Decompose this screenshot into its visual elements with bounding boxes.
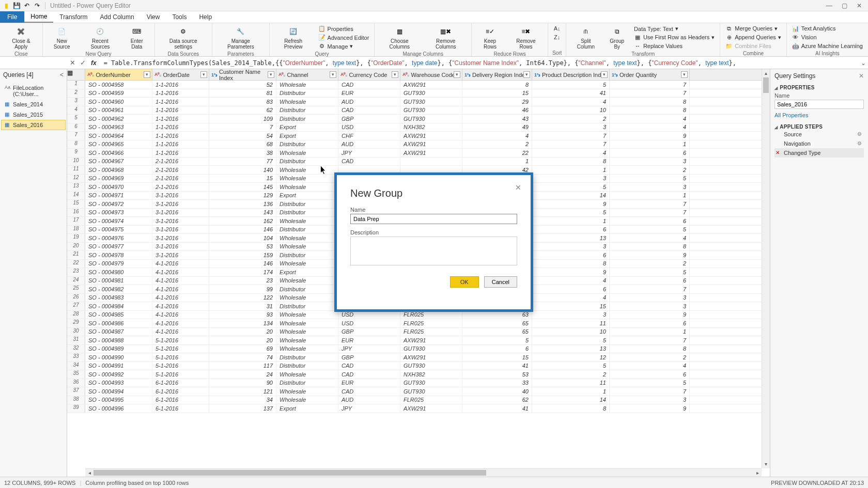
table-cell[interactable]: 22 <box>462 149 532 157</box>
merge-queries-button[interactable]: ⧉Merge Queries ▾ <box>723 24 783 33</box>
table-cell[interactable]: 6-1-2016 <box>152 379 209 387</box>
table-cell[interactable]: Distributor <box>276 353 338 361</box>
step-gear-icon[interactable]: ⚙ <box>857 140 862 146</box>
properties-button[interactable]: 📋Properties <box>316 25 371 33</box>
text-analytics-button[interactable]: 📊Text Analytics <box>790 24 865 33</box>
table-cell[interactable]: SO - 0004964 <box>85 132 152 140</box>
table-cell[interactable]: Wholesale <box>276 277 338 285</box>
vertical-scrollbar[interactable]: ▴ ▾ <box>762 69 770 468</box>
table-cell[interactable]: SO - 0004979 <box>85 260 152 268</box>
table-row[interactable]: 30SO - 00049874-1-201620WholesaleGBPFLR0… <box>67 328 770 337</box>
table-row[interactable]: 5SO - 00049621-1-2016109DistributorGBPGU… <box>67 115 770 123</box>
table-cell[interactable]: FLR025 <box>400 328 462 336</box>
table-cell[interactable]: SO - 0004991 <box>85 362 152 370</box>
table-cell[interactable]: 49 <box>462 123 532 132</box>
applied-steps-section[interactable]: APPLIED STEPS <box>774 124 864 130</box>
formula-commit-icon[interactable]: ✓ <box>78 59 88 67</box>
table-cell[interactable]: GUT930 <box>400 345 462 353</box>
table-cell[interactable]: 34 <box>209 396 276 404</box>
table-cell[interactable]: NXH382 <box>400 370 462 379</box>
tab-file[interactable]: File <box>0 11 24 23</box>
table-cell[interactable]: SO - 0004986 <box>85 319 152 327</box>
table-cell[interactable]: 3-1-2016 <box>152 217 209 225</box>
table-cell[interactable]: CAD <box>338 362 400 370</box>
table-cell[interactable]: 143 <box>209 209 276 217</box>
tab-tools[interactable]: Tools <box>166 11 193 23</box>
append-queries-button[interactable]: ⊕Append Queries ▾ <box>723 33 783 41</box>
table-cell[interactable]: SO - 0004980 <box>85 268 152 276</box>
table-cell[interactable]: 3-1-2016 <box>152 209 209 217</box>
table-cell[interactable]: SO - 0004971 <box>85 192 152 200</box>
table-cell[interactable]: 121 <box>209 387 276 396</box>
table-cell[interactable]: 83 <box>209 98 276 106</box>
table-cell[interactable]: 15 <box>209 175 276 183</box>
column-filter-icon[interactable]: ▾ <box>454 71 460 78</box>
save-icon[interactable]: 💾 <box>12 2 21 10</box>
table-cell[interactable]: 5 <box>532 183 610 191</box>
table-cell[interactable]: Export <box>276 268 338 276</box>
table-cell[interactable]: Wholesale <box>276 387 338 396</box>
table-cell[interactable]: 62 <box>462 396 532 404</box>
column-header[interactable]: Aᴮ꜀Warehouse Code▾ <box>400 69 462 80</box>
table-cell[interactable]: AUD <box>338 396 400 404</box>
table-cell[interactable]: 6 <box>532 226 610 234</box>
table-row[interactable]: 33SO - 00049905-1-201674DistributorGBPAX… <box>67 353 770 362</box>
vscroll-thumb[interactable] <box>763 77 769 93</box>
table-cell[interactable]: 1 <box>610 140 690 149</box>
table-cell[interactable]: SO - 0004969 <box>85 175 152 183</box>
table-cell[interactable]: AXW291 <box>400 149 462 157</box>
table-cell[interactable]: 7 <box>610 336 690 344</box>
table-cell[interactable]: 9 <box>532 200 610 208</box>
table-row[interactable]: 39SO - 00049966-1-2016137ExportJPYAXW291… <box>67 404 770 413</box>
table-cell[interactable]: Wholesale <box>276 81 338 89</box>
table-row[interactable]: 36SO - 00049936-1-201690DistributorEURGU… <box>67 379 770 388</box>
table-cell[interactable]: JPY <box>338 404 400 413</box>
column-filter-icon[interactable]: ▾ <box>268 71 274 78</box>
table-cell[interactable]: 1-1-2016 <box>152 140 209 149</box>
table-cell[interactable]: 117 <box>209 362 276 370</box>
table-cell[interactable]: 8 <box>532 404 610 413</box>
table-cell[interactable]: 6-1-2016 <box>152 387 209 396</box>
table-cell[interactable]: 68 <box>209 140 276 149</box>
data-type-button[interactable]: Data Type: Text ▾ <box>632 25 717 33</box>
table-cell[interactable]: 4 <box>532 294 610 302</box>
table-cell[interactable]: CAD <box>338 387 400 396</box>
table-cell[interactable]: 8 <box>610 98 690 106</box>
table-cell[interactable]: 14 <box>532 396 610 404</box>
table-cell[interactable]: 20 <box>209 328 276 336</box>
choose-columns-button[interactable]: ▦Choose Columns <box>378 24 421 51</box>
table-cell[interactable]: 7 <box>610 209 690 217</box>
table-cell[interactable]: 5 <box>610 226 690 234</box>
table-cell[interactable]: 77 <box>209 158 276 166</box>
table-cell[interactable]: Distributor <box>276 379 338 387</box>
table-cell[interactable]: 99 <box>209 285 276 293</box>
column-header[interactable]: 1²₃Product Description Index▾ <box>532 69 610 80</box>
column-header[interactable]: 1²₃Delivery Region Index▾ <box>462 69 532 80</box>
table-cell[interactable]: SO - 0004990 <box>85 353 152 361</box>
table-row[interactable]: 2SO - 00049591-1-201681DistributorEURGUT… <box>67 89 770 98</box>
table-cell[interactable]: 5 <box>462 336 532 344</box>
table-cell[interactable]: CAD <box>338 370 400 379</box>
table-row[interactable]: 4SO - 00049611-1-201662DistributorCADGUT… <box>67 106 770 115</box>
table-cell[interactable]: 6 <box>610 370 690 379</box>
table-cell[interactable]: SO - 0004993 <box>85 379 152 387</box>
maximize-icon[interactable]: ▢ <box>842 2 847 9</box>
table-cell[interactable]: SO - 0004985 <box>85 311 152 319</box>
table-cell[interactable]: Wholesale <box>276 260 338 268</box>
table-cell[interactable]: SO - 0004973 <box>85 209 152 217</box>
table-cell[interactable]: 159 <box>209 251 276 259</box>
table-cell[interactable]: 11 <box>532 319 610 327</box>
table-cell[interactable]: 1 <box>532 217 610 225</box>
table-cell[interactable]: GUT930 <box>400 387 462 396</box>
table-cell[interactable]: CAD <box>338 81 400 89</box>
table-cell[interactable]: 3 <box>532 311 610 319</box>
table-cell[interactable]: GUT930 <box>400 379 462 387</box>
table-cell[interactable]: 41 <box>462 362 532 370</box>
table-cell[interactable]: 4 <box>610 362 690 370</box>
table-cell[interactable]: 3 <box>532 175 610 183</box>
table-cell[interactable]: 104 <box>209 234 276 242</box>
table-cell[interactable]: 8 <box>462 81 532 89</box>
table-cell[interactable]: Export <box>276 123 338 132</box>
table-cell[interactable]: 6 <box>462 345 532 353</box>
table-cell[interactable]: SO - 0004962 <box>85 115 152 123</box>
